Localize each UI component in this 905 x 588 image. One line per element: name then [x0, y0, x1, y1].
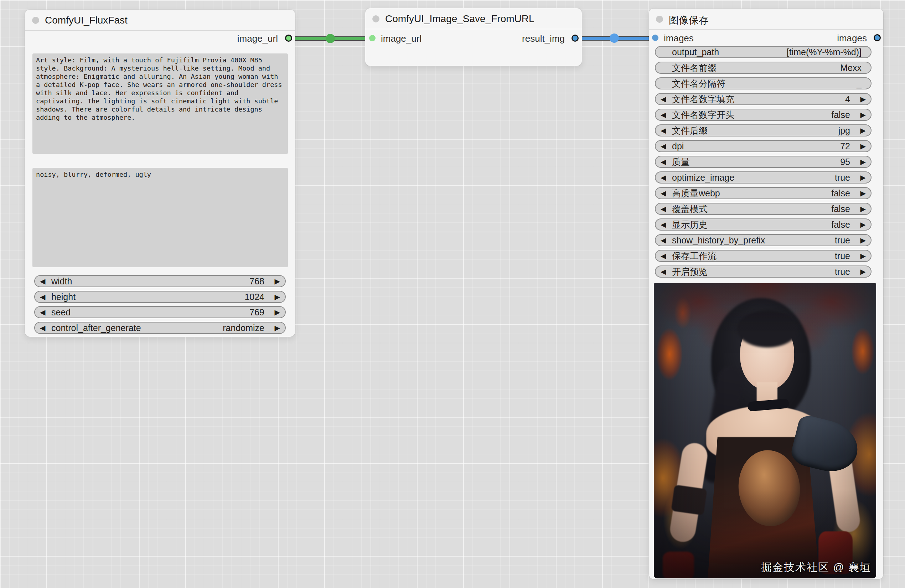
widget-label: 文件名分隔符 — [672, 78, 726, 89]
widget-filename-delimiter[interactable]: 文件名分隔符 _ — [655, 77, 872, 89]
widget-output-path[interactable]: output_path [time(%Y-%m-%d)] — [655, 46, 872, 58]
increment-arrow-icon[interactable] — [861, 235, 866, 245]
decrement-arrow-icon[interactable] — [660, 219, 666, 229]
decrement-arrow-icon[interactable] — [660, 235, 666, 245]
decrement-arrow-icon[interactable] — [660, 188, 666, 198]
widget-value: false — [831, 188, 850, 199]
increment-arrow-icon[interactable] — [861, 267, 866, 277]
increment-arrow-icon[interactable] — [275, 323, 280, 333]
decrement-arrow-icon[interactable] — [660, 110, 666, 120]
widget-label: 文件名前缀 — [672, 62, 716, 73]
increment-arrow-icon[interactable] — [861, 141, 866, 151]
input-port-image-url[interactable] — [369, 35, 376, 41]
increment-arrow-icon[interactable] — [861, 110, 866, 120]
decrement-arrow-icon[interactable] — [40, 276, 45, 286]
node-header[interactable]: ComfyUI_FluxFast — [25, 10, 295, 30]
positive-prompt-textarea[interactable]: Art style: Film, with a touch of Fujifil… — [32, 54, 288, 154]
widget-value: false — [831, 110, 850, 120]
widget-label: height — [51, 291, 76, 302]
widget-label: control_after_generate — [51, 323, 141, 333]
widget-height[interactable]: height 1024 — [34, 291, 286, 303]
decrement-arrow-icon[interactable] — [660, 267, 666, 277]
widget-dpi[interactable]: dpi 72 — [655, 140, 872, 152]
collapse-dot-icon[interactable] — [372, 15, 379, 22]
decrement-arrow-icon[interactable] — [40, 307, 45, 317]
node-header[interactable]: 图像保存 — [649, 8, 883, 29]
decrement-arrow-icon[interactable] — [40, 292, 45, 302]
decrement-arrow-icon[interactable] — [40, 323, 45, 333]
increment-arrow-icon[interactable] — [861, 94, 866, 104]
widget-label: dpi — [672, 141, 684, 151]
widget-width[interactable]: width 768 — [34, 275, 286, 287]
reroute-dot-green[interactable] — [325, 34, 335, 43]
widget-save-workflow[interactable]: 保存工作流 true — [655, 250, 872, 262]
output-port-image-url[interactable] — [285, 35, 292, 42]
decrement-arrow-icon[interactable] — [660, 94, 666, 104]
collapse-dot-icon[interactable] — [656, 16, 663, 23]
increment-arrow-icon[interactable] — [861, 251, 866, 261]
widget-label: seed — [51, 307, 71, 318]
node-comfyui-fluxfast[interactable]: ComfyUI_FluxFast image_url Art style: Fi… — [25, 10, 295, 337]
input-port-images[interactable] — [652, 35, 659, 41]
node-graph-canvas[interactable]: ComfyUI_FluxFast image_url Art style: Fi… — [0, 0, 905, 588]
widget-hq-webp[interactable]: 高质量webp false — [655, 187, 872, 199]
node-image-save[interactable]: 图像保存 images images output_path [time(%Y-… — [649, 8, 883, 579]
widget-file-extension[interactable]: 文件后缀 jpg — [655, 124, 872, 137]
increment-arrow-icon[interactable] — [861, 126, 866, 135]
widget-seed[interactable]: seed 769 — [34, 306, 286, 318]
widget-enable-preview[interactable]: 开启预览 true — [655, 265, 872, 278]
decrement-arrow-icon[interactable] — [660, 141, 666, 151]
output-port-label: image_url — [237, 33, 278, 44]
increment-arrow-icon[interactable] — [861, 204, 866, 214]
widget-label: 开启预览 — [672, 266, 708, 277]
widget-label: 显示历史 — [672, 219, 708, 230]
node-header[interactable]: ComfyUI_Image_Save_FromURL — [365, 8, 582, 29]
widget-value: _ — [857, 78, 862, 89]
widget-value: 4 — [845, 94, 850, 105]
increment-arrow-icon[interactable] — [275, 276, 280, 286]
widget-label: optimize_image — [672, 172, 734, 183]
preview-image[interactable]: 掘金技术社区 @ 襄垣 — [654, 283, 876, 578]
negative-prompt-textarea[interactable]: noisy, blurry, deformed, ugly — [32, 168, 288, 267]
divider — [25, 30, 295, 31]
widget-quality[interactable]: 质量 95 — [655, 156, 872, 168]
increment-arrow-icon[interactable] — [861, 172, 866, 183]
increment-arrow-icon[interactable] — [861, 188, 866, 198]
widget-filename-number-start[interactable]: 文件名数字开头 false — [655, 109, 872, 121]
decrement-arrow-icon[interactable] — [660, 157, 666, 167]
widget-optimize-image[interactable]: optimize_image true — [655, 172, 872, 184]
widget-filename-prefix[interactable]: 文件名前缀 Mexx — [655, 62, 872, 74]
output-port-label: result_img — [522, 33, 565, 44]
decrement-arrow-icon[interactable] — [660, 126, 666, 135]
widget-value: Mexx — [840, 62, 862, 73]
widget-label: 覆盖模式 — [672, 203, 708, 214]
widget-value: 95 — [840, 156, 850, 167]
decrement-arrow-icon[interactable] — [660, 251, 666, 261]
widget-value: true — [835, 235, 850, 246]
collapse-dot-icon[interactable] — [32, 17, 39, 24]
output-port-label: images — [837, 33, 867, 44]
increment-arrow-icon[interactable] — [861, 219, 866, 229]
node-title: ComfyUI_FluxFast — [45, 14, 127, 26]
decrement-arrow-icon[interactable] — [660, 172, 666, 183]
widget-value: 769 — [249, 307, 264, 318]
output-port-result-img[interactable] — [572, 35, 579, 42]
node-comfyui-image-save-fromurl[interactable]: ComfyUI_Image_Save_FromURL image_url res… — [365, 8, 582, 66]
widget-value: 1024 — [245, 291, 264, 302]
decrement-arrow-icon[interactable] — [660, 204, 666, 214]
widget-overwrite-mode[interactable]: 覆盖模式 false — [655, 203, 872, 215]
increment-arrow-icon[interactable] — [275, 307, 280, 317]
output-port-images[interactable] — [874, 34, 881, 41]
increment-arrow-icon[interactable] — [275, 292, 280, 302]
widget-label: 高质量webp — [672, 188, 720, 199]
widget-value: true — [835, 251, 850, 261]
widget-filename-number-padding[interactable]: 文件名数字填充 4 — [655, 93, 872, 105]
widget-control-after-generate[interactable]: control_after_generate randomize — [34, 322, 286, 334]
widget-label: show_history_by_prefix — [672, 235, 765, 246]
widget-value: jpg — [838, 125, 850, 136]
reroute-dot-blue[interactable] — [610, 33, 619, 43]
widget-label: 保存工作流 — [672, 251, 716, 261]
widget-show-history-by-prefix[interactable]: show_history_by_prefix true — [655, 234, 872, 246]
widget-show-history[interactable]: 显示历史 false — [655, 218, 872, 230]
increment-arrow-icon[interactable] — [861, 157, 866, 167]
